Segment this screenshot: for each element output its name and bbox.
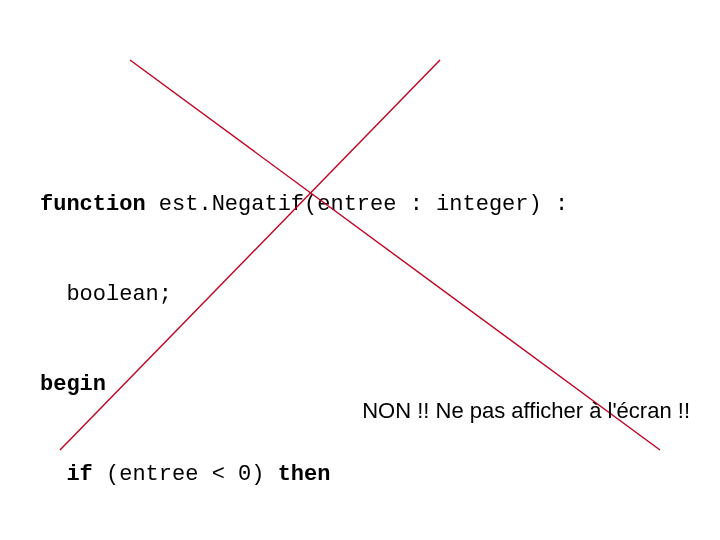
code-line-4: if (entree < 0) then <box>40 460 568 490</box>
keyword-then: then <box>278 462 331 487</box>
code-line-1-rest: est.Negatif(entree : integer) : <box>146 192 568 217</box>
code-block: function est.Negatif(entree : integer) :… <box>40 130 568 540</box>
warning-text: NON !! Ne pas afficher à l'écran !! <box>362 398 690 424</box>
keyword-if: if <box>66 462 92 487</box>
slide-stage: function est.Negatif(entree : integer) :… <box>0 0 720 540</box>
code-line-3: begin <box>40 370 568 400</box>
code-line-1: function est.Negatif(entree : integer) : <box>40 190 568 220</box>
code-line-2: boolean; <box>40 280 568 310</box>
keyword-function: function <box>40 192 146 217</box>
